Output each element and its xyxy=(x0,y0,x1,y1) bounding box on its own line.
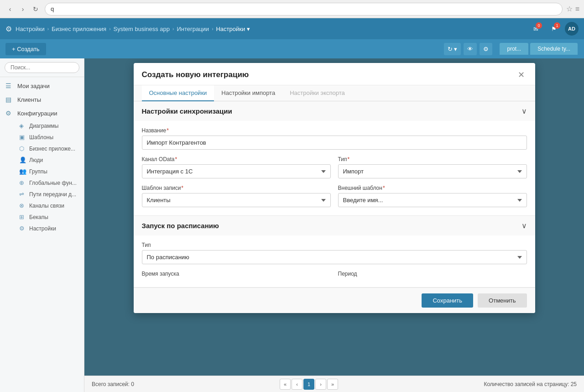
tab-basic-settings[interactable]: Основные настройки xyxy=(142,85,214,101)
breadcrumb-system-app[interactable]: System business app xyxy=(113,26,170,32)
business-icon: ⬡ xyxy=(19,145,26,152)
browser-nav[interactable]: ‹ › ↻ xyxy=(5,4,41,15)
tab-schedule[interactable]: Schedule ty... xyxy=(530,43,578,55)
sidebar-item-people[interactable]: 👤 Люди xyxy=(14,154,84,166)
sync-section-title: Настройки синхронизации xyxy=(142,107,232,115)
sidebar-item-my-tasks[interactable]: ☰ Мои задачи xyxy=(0,79,84,93)
record-template-required-indicator: * xyxy=(181,185,183,191)
sidebar-label-paths: Пути передачи д... xyxy=(29,191,76,198)
breadcrumb-integrations[interactable]: Интеграции xyxy=(177,26,209,32)
forward-button[interactable]: › xyxy=(17,4,28,15)
sidebar-item-global-func[interactable]: ⊕ Глобальные фун... xyxy=(14,177,84,188)
schedule-section-body: Тип По расписанию Вручную Время xyxy=(134,235,535,287)
config-icon: ⚙ xyxy=(5,110,14,117)
groups-icon: 👥 xyxy=(19,168,26,175)
record-template-select[interactable]: Клиенты xyxy=(142,193,331,207)
secondary-toolbar: + Создать ↻ ▾ 👁 ⚙ prot... Schedule ty... xyxy=(0,39,584,58)
odata-select[interactable]: Интеграция с 1С xyxy=(142,164,331,178)
name-field-container: Название* xyxy=(142,127,527,150)
sync-section-header[interactable]: Настройки синхронизации ∨ xyxy=(134,101,535,121)
launch-time-col: Время запуска xyxy=(142,271,331,279)
sidebar-label-channels: Каналы связи xyxy=(29,203,64,209)
sidebar-item-channels[interactable]: ⊗ Каналы связи xyxy=(14,200,84,211)
breadcrumb-sep-1: › xyxy=(47,26,49,31)
cancel-button[interactable]: Отменить xyxy=(478,293,527,308)
modal-close-button[interactable]: ✕ xyxy=(516,69,527,80)
page-first-button[interactable]: « xyxy=(280,379,291,390)
tab-import-settings[interactable]: Настройки импорта xyxy=(214,85,282,101)
modal-title: Создать новую интеграцию xyxy=(142,70,249,79)
odata-label: Канал OData* xyxy=(142,156,331,162)
preview-button[interactable]: 👁 xyxy=(464,43,477,55)
page-last-button[interactable]: » xyxy=(327,379,338,390)
settings-gear-icon[interactable]: ⚙ xyxy=(5,25,12,33)
sidebar-label-people: Люди xyxy=(29,157,43,163)
sidebar-item-clients[interactable]: ▤ Клиенты xyxy=(0,93,84,106)
sync-section-body: Название* Канал OData* xyxy=(134,121,535,215)
sidebar-item-diagrams[interactable]: ◈ Диаграммы xyxy=(14,120,84,131)
page-next-button[interactable]: › xyxy=(315,379,326,390)
schedule-type-select[interactable]: По расписанию Вручную xyxy=(142,250,527,264)
breadcrumb-business-apps[interactable]: Бизнес приложения xyxy=(52,26,106,32)
modal-header: Создать новую интеграцию ✕ xyxy=(134,63,535,85)
star-icon[interactable]: ☆ xyxy=(566,5,573,13)
sidebar-item-backups[interactable]: ⊞ Бекапы xyxy=(14,211,84,223)
sync-settings-section: Настройки синхронизации ∨ Название* xyxy=(134,101,535,216)
search-input[interactable] xyxy=(5,62,79,73)
type-col: Тип* Импорт Экспорт xyxy=(338,156,527,178)
page-prev-button[interactable]: ‹ xyxy=(292,379,302,390)
odata-required-indicator: * xyxy=(175,156,177,162)
people-icon: 👤 xyxy=(19,157,26,163)
diagrams-icon: ◈ xyxy=(19,122,26,129)
refresh-button[interactable]: ↻ xyxy=(30,4,41,15)
refresh-toolbar-button[interactable]: ↻ ▾ xyxy=(444,43,461,55)
breadcrumb-settings[interactable]: Настройки xyxy=(16,26,45,32)
ext-template-select[interactable]: Введите имя... xyxy=(338,193,527,207)
settings-button[interactable]: ⚙ xyxy=(480,43,492,55)
backups-icon: ⊞ xyxy=(19,214,26,220)
type-required-indicator: * xyxy=(348,156,350,162)
channels-icon: ⊗ xyxy=(19,202,26,209)
sidebar-item-settings[interactable]: ⚙ Настройки xyxy=(14,223,84,234)
nav-icons: ✉ 0 ⚑ 1 AD xyxy=(528,21,579,36)
schedule-section-header[interactable]: Запуск по расписанию ∨ xyxy=(134,216,535,235)
save-button[interactable]: Сохранить xyxy=(422,293,473,308)
templates-icon: ▣ xyxy=(19,134,26,141)
page-size-label: Количество записей на страницу: 25 xyxy=(484,381,577,387)
create-button[interactable]: + Создать xyxy=(5,43,46,55)
name-input[interactable] xyxy=(142,136,527,150)
sidebar-item-templates[interactable]: ▣ Шаблоны xyxy=(14,131,84,143)
modal-body: Настройки синхронизации ∨ Название* xyxy=(134,101,535,287)
breadcrumb-sep-3: › xyxy=(172,26,174,31)
back-button[interactable]: ‹ xyxy=(5,4,16,15)
page-1-button[interactable]: 1 xyxy=(303,379,314,390)
modal-create-integration: Создать новую интеграцию ✕ Основные наст… xyxy=(134,63,535,313)
main-content: ☰ Мои задачи ▤ Клиенты ⚙ Конфигурации ◈ … xyxy=(0,58,584,392)
sidebar-item-config[interactable]: ⚙ Конфигурации xyxy=(0,106,84,120)
sidebar-item-paths[interactable]: ⇌ Пути передачи д... xyxy=(14,188,84,200)
ext-template-required-indicator: * xyxy=(383,185,385,191)
type-select[interactable]: Импорт Экспорт xyxy=(338,164,527,178)
sidebar-label-backups: Бекапы xyxy=(29,214,48,220)
tasks-icon: ☰ xyxy=(5,82,14,89)
sync-section-toggle-icon: ∨ xyxy=(521,107,527,115)
ext-template-label: Внешний шаблон* xyxy=(338,185,527,191)
sidebar-item-groups[interactable]: 👥 Группы xyxy=(14,166,84,177)
flag-badge: 1 xyxy=(554,22,560,29)
modal-footer: Сохранить Отменить xyxy=(134,287,535,313)
browser-bar: ‹ › ↻ ☆ ≡ xyxy=(0,0,584,18)
total-records-label: Всего записей: 0 xyxy=(92,381,134,387)
flag-button[interactable]: ⚑ 1 xyxy=(547,21,561,36)
type-label: Тип* xyxy=(338,156,527,162)
name-required-indicator: * xyxy=(167,127,169,134)
address-bar[interactable] xyxy=(45,3,563,16)
user-avatar[interactable]: AD xyxy=(565,22,579,36)
mail-badge: 0 xyxy=(536,22,542,29)
mail-button[interactable]: ✉ 0 xyxy=(528,21,543,36)
sidebar-label-config: Конфигурации xyxy=(17,110,57,117)
schedule-type-field: Тип По расписанию Вручную xyxy=(142,242,527,264)
menu-icon[interactable]: ≡ xyxy=(575,5,579,13)
clients-icon: ▤ xyxy=(5,96,14,103)
sidebar-item-business[interactable]: ⬡ Бизнес приложе... xyxy=(14,143,84,154)
tab-prot[interactable]: prot... xyxy=(500,43,528,55)
